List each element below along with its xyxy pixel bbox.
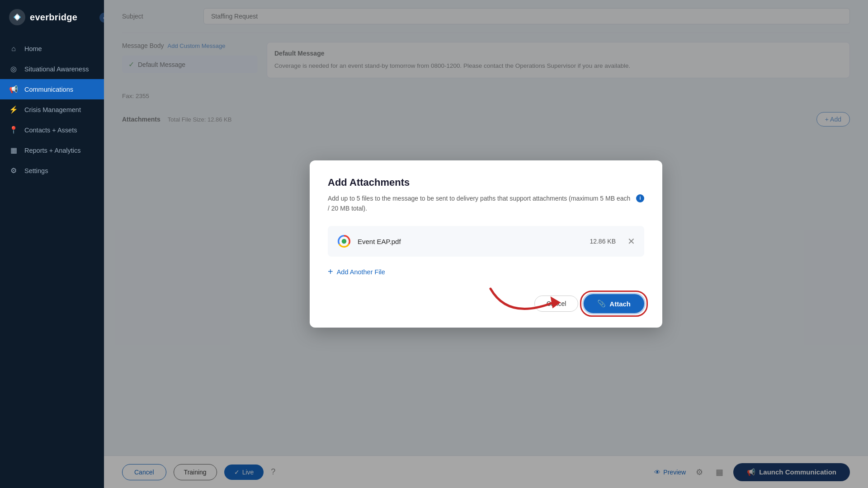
sidebar-logo: everbridge bbox=[0, 0, 104, 34]
svg-point-3 bbox=[342, 239, 347, 244]
add-another-file-button[interactable]: + Add Another File bbox=[328, 264, 644, 280]
sidebar-item-home[interactable]: ⌂ Home bbox=[0, 39, 104, 59]
paperclip-icon: 📎 bbox=[597, 300, 606, 308]
file-type-icon bbox=[337, 234, 351, 249]
file-size: 12.86 KB bbox=[590, 238, 616, 245]
sidebar-item-settings[interactable]: ⚙ Settings bbox=[0, 160, 104, 181]
reports-analytics-icon: ▦ bbox=[9, 146, 18, 155]
info-icon: i bbox=[636, 194, 644, 202]
situational-awareness-icon: ◎ bbox=[9, 65, 18, 73]
sidebar-item-settings-label: Settings bbox=[24, 167, 48, 174]
communications-icon: 📢 bbox=[9, 85, 18, 94]
home-icon: ⌂ bbox=[9, 45, 18, 53]
sidebar-item-home-label: Home bbox=[24, 45, 42, 52]
svg-point-1 bbox=[15, 15, 19, 19]
crisis-management-icon: ⚡ bbox=[9, 105, 18, 114]
sidebar-item-contacts-assets[interactable]: 📍 Contacts + Assets bbox=[0, 120, 104, 140]
modal-title: Add Attachments bbox=[328, 177, 644, 188]
main-content: Subject Staffing Request Message Body Ad… bbox=[104, 0, 868, 488]
add-another-icon: + bbox=[328, 267, 333, 277]
file-list: Event EAP.pdf 12.86 KB ✕ bbox=[328, 226, 644, 257]
sidebar-item-situational-awareness-label: Situational Awareness bbox=[24, 66, 89, 73]
file-remove-button[interactable]: ✕ bbox=[627, 237, 635, 246]
modal-cancel-button[interactable]: Cancel bbox=[534, 296, 579, 312]
sidebar-item-reports-analytics-label: Reports + Analytics bbox=[24, 147, 81, 154]
file-name: Event EAP.pdf bbox=[358, 238, 583, 245]
sidebar-item-reports-analytics[interactable]: ▦ Reports + Analytics bbox=[0, 140, 104, 160]
add-attachments-modal: Add Attachments Add up to 5 files to the… bbox=[310, 160, 662, 328]
logo-text: everbridge bbox=[30, 12, 77, 23]
sidebar-nav: ⌂ Home ◎ Situational Awareness 📢 Communi… bbox=[0, 39, 104, 488]
add-another-label: Add Another File bbox=[337, 268, 385, 276]
file-item: Event EAP.pdf 12.86 KB ✕ bbox=[337, 234, 635, 249]
sidebar: everbridge « ⌂ Home ◎ Situational Awaren… bbox=[0, 0, 104, 488]
settings-icon: ⚙ bbox=[9, 166, 18, 175]
sidebar-item-crisis-management-label: Crisis Management bbox=[24, 106, 81, 113]
attach-button[interactable]: 📎 Attach bbox=[584, 294, 644, 313]
sidebar-item-contacts-assets-label: Contacts + Assets bbox=[24, 127, 77, 134]
sidebar-item-communications[interactable]: 📢 Communications bbox=[0, 79, 104, 99]
modal-footer: Cancel 📎 Attach bbox=[328, 294, 644, 313]
sidebar-item-situational-awareness[interactable]: ◎ Situational Awareness bbox=[0, 59, 104, 79]
modal-overlay: Add Attachments Add up to 5 files to the… bbox=[104, 0, 868, 488]
sidebar-item-crisis-management[interactable]: ⚡ Crisis Management bbox=[0, 99, 104, 120]
attach-button-wrapper: 📎 Attach bbox=[584, 294, 644, 313]
modal-desc-text: Add up to 5 files to the message to be s… bbox=[328, 194, 633, 213]
sidebar-item-communications-label: Communications bbox=[24, 86, 73, 93]
contacts-assets-icon: 📍 bbox=[9, 126, 18, 134]
modal-description: Add up to 5 files to the message to be s… bbox=[328, 194, 644, 213]
